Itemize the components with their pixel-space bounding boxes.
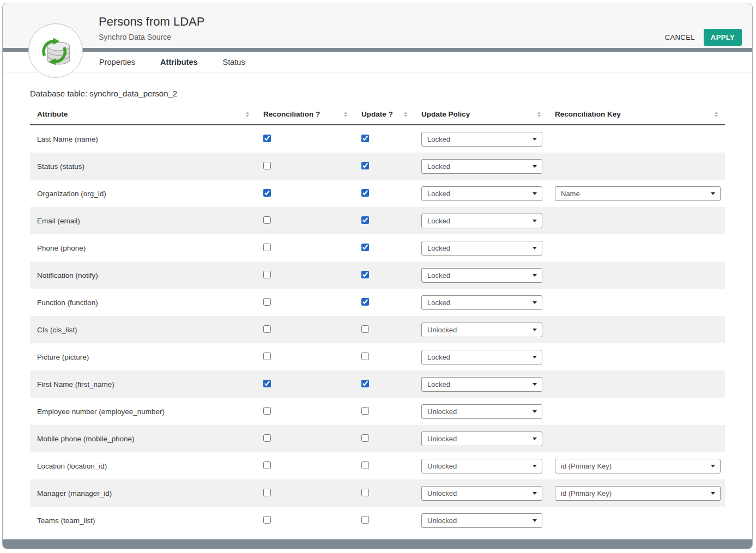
table-row: Location (location_id) Unlocked id (Prim… [30, 452, 725, 479]
tab-status[interactable]: Status [223, 58, 245, 66]
table-row: Teams (team_list) Unlocked [30, 507, 725, 534]
update-checkbox[interactable] [361, 135, 369, 142]
column-header-reconciliation-key[interactable]: Reconciliation Key [548, 105, 725, 125]
apply-button[interactable]: APPLY [704, 29, 742, 46]
reconciliation-checkbox[interactable] [263, 434, 271, 442]
reconciliation-checkbox[interactable] [263, 489, 271, 496]
header-divider [3, 48, 752, 52]
update-checkbox[interactable] [361, 407, 369, 415]
reconciliation-checkbox[interactable] [263, 353, 271, 360]
update-policy-select[interactable]: Locked [421, 350, 542, 364]
reconciliation-key-select[interactable]: id (Primary Key) [555, 486, 721, 501]
header-actions: CANCEL APPLY [665, 29, 742, 46]
caret-down-icon [533, 410, 537, 413]
sort-icon[interactable] [404, 112, 407, 117]
attribute-label: Function (function) [37, 299, 98, 307]
reconciliation-checkbox[interactable] [263, 516, 271, 524]
update-policy-select[interactable]: Unlocked [421, 459, 542, 473]
attribute-label: Phone (phone) [37, 244, 86, 252]
caret-down-icon [711, 492, 715, 495]
reconciliation-checkbox[interactable] [263, 216, 271, 224]
reconciliation-key-select[interactable]: id (Primary Key) [555, 459, 721, 473]
select-value: Locked [427, 244, 450, 252]
table-row: Picture (picture) Locked [30, 343, 725, 370]
sync-database-icon [34, 29, 77, 72]
update-policy-select[interactable]: Locked [421, 186, 542, 201]
tab-attributes[interactable]: Attributes [160, 58, 197, 66]
update-policy-select[interactable]: Locked [421, 132, 542, 147]
update-checkbox[interactable] [361, 189, 369, 197]
caret-down-icon [533, 437, 537, 440]
update-policy-select[interactable]: Locked [421, 268, 542, 283]
update-checkbox[interactable] [361, 325, 369, 333]
attribute-label: CIs (cis_list) [37, 326, 77, 334]
sort-icon[interactable] [537, 112, 541, 117]
reconciliation-checkbox[interactable] [263, 271, 271, 278]
attribute-label: First Name (first_name) [37, 380, 114, 388]
column-header-reconciliation[interactable]: Reconciliation ? [256, 105, 354, 125]
caret-down-icon [533, 329, 537, 331]
update-checkbox[interactable] [361, 298, 369, 306]
attribute-label: Notification (notify) [37, 271, 98, 279]
reconciliation-checkbox[interactable] [263, 380, 271, 387]
reconciliation-checkbox[interactable] [263, 407, 271, 415]
reconciliation-checkbox[interactable] [263, 162, 271, 169]
cancel-button[interactable]: CANCEL [665, 33, 695, 41]
column-header-attribute[interactable]: Attribute [30, 105, 256, 125]
reconciliation-checkbox[interactable] [263, 135, 271, 142]
reconciliation-checkbox[interactable] [263, 461, 271, 469]
update-checkbox[interactable] [361, 162, 369, 169]
table-header-row: Attribute Reconciliation ? Update ? Upda… [30, 105, 725, 125]
update-policy-select[interactable]: Locked [421, 295, 542, 310]
column-header-update-policy[interactable]: Update Policy [414, 105, 548, 125]
update-checkbox[interactable] [361, 516, 369, 524]
update-checkbox[interactable] [361, 271, 369, 278]
sort-icon[interactable] [246, 112, 249, 117]
sort-icon[interactable] [344, 112, 347, 117]
table-row: First Name (first_name) Locked [30, 370, 725, 398]
update-policy-select[interactable]: Unlocked [421, 432, 542, 446]
update-policy-select[interactable]: Locked [421, 241, 542, 256]
header: Persons from LDAP Synchro Data Source CA… [3, 3, 752, 48]
select-value: id (Primary Key) [561, 489, 612, 497]
synchro-data-source-page: Persons from LDAP Synchro Data Source CA… [2, 3, 753, 549]
select-value: id (Primary Key) [561, 462, 612, 470]
attribute-label: Status (status) [37, 162, 84, 171]
tab-properties[interactable]: Properties [99, 58, 135, 66]
caret-down-icon [533, 383, 537, 386]
update-checkbox[interactable] [361, 244, 369, 251]
reconciliation-checkbox[interactable] [263, 189, 271, 197]
select-value: Locked [427, 217, 450, 225]
reconciliation-checkbox[interactable] [263, 244, 271, 251]
attribute-label: Employee number (employee_number) [37, 408, 165, 416]
update-checkbox[interactable] [361, 434, 369, 442]
select-value: Unlocked [427, 408, 457, 416]
update-policy-select[interactable]: Unlocked [421, 486, 542, 501]
update-policy-select[interactable]: Unlocked [421, 404, 542, 419]
attribute-label: Teams (team_list) [37, 516, 95, 525]
reconciliation-key-select[interactable]: Name [555, 186, 721, 201]
column-header-update[interactable]: Update ? [354, 105, 414, 125]
page-title: Persons from LDAP [99, 15, 204, 29]
reconciliation-checkbox[interactable] [263, 325, 271, 333]
sort-icon[interactable] [715, 112, 718, 117]
update-policy-select[interactable]: Locked [421, 214, 542, 228]
update-checkbox[interactable] [361, 353, 369, 360]
attribute-label: Manager (manager_id) [37, 489, 112, 497]
database-table-caption: Database table: synchro_data_person_2 [30, 89, 724, 98]
update-checkbox[interactable] [361, 489, 369, 496]
column-label: Reconciliation Key [555, 110, 621, 118]
update-policy-select[interactable]: Locked [421, 377, 542, 392]
update-checkbox[interactable] [361, 216, 369, 224]
update-policy-select[interactable]: Locked [421, 159, 542, 174]
caret-down-icon [533, 274, 537, 277]
update-checkbox[interactable] [361, 461, 369, 469]
update-checkbox[interactable] [361, 380, 369, 387]
update-policy-select[interactable]: Unlocked [421, 323, 542, 337]
select-value: Unlocked [427, 326, 457, 334]
select-value: Locked [427, 299, 450, 307]
reconciliation-checkbox[interactable] [263, 298, 271, 306]
update-policy-select[interactable]: Unlocked [421, 513, 542, 528]
page-subtitle: Synchro Data Source [99, 33, 204, 41]
tab-bar: PropertiesAttributesStatus [3, 52, 752, 72]
